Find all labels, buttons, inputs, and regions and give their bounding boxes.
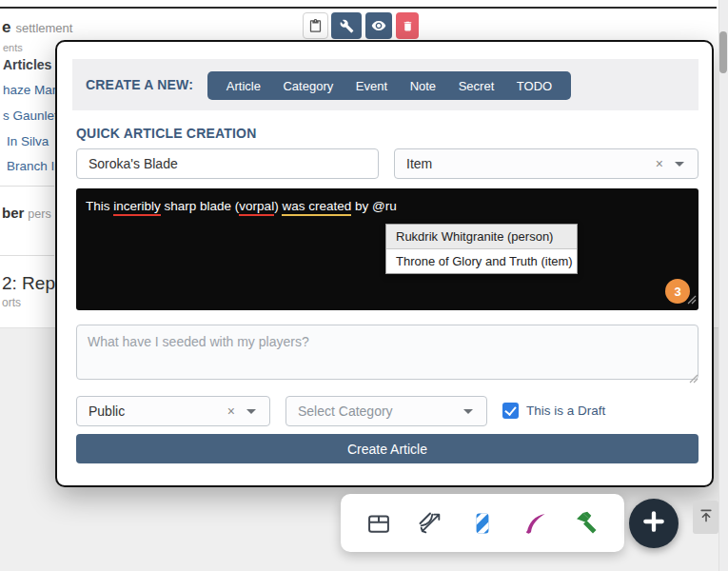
autocomplete-option[interactable]: Rukdrik Whitgranite (person): [386, 225, 577, 249]
vignette-editor[interactable]: This inceribly sharp blade (vorpal) was …: [76, 188, 698, 310]
quick-create-modal: CREATE A NEW: Article Category Event Not…: [55, 40, 714, 487]
article-type-select[interactable]: Item ×: [394, 148, 698, 179]
striped-badge-icon[interactable]: [468, 509, 497, 538]
article-link[interactable]: haze Man: [3, 83, 59, 97]
tab-secret[interactable]: Secret: [453, 79, 501, 93]
create-type-tabbar: Article Category Event Note Secret TODO: [207, 71, 571, 100]
tab-note[interactable]: Note: [404, 79, 442, 93]
chevron-down-icon[interactable]: [463, 409, 473, 414]
visibility-select[interactable]: Public ×: [76, 396, 270, 426]
seeded-textarea[interactable]: [76, 325, 698, 380]
page-scrollbar-thumb[interactable]: [719, 31, 727, 73]
tab-event[interactable]: Event: [350, 79, 393, 93]
draft-checkbox-label[interactable]: This is a Draft: [526, 404, 605, 418]
quill-icon[interactable]: [521, 509, 549, 538]
view-button[interactable]: [365, 12, 392, 39]
tab-todo[interactable]: TODO: [511, 79, 558, 93]
category-select[interactable]: Select Category: [285, 396, 487, 426]
article-title-input[interactable]: [76, 148, 379, 179]
tab-category[interactable]: Category: [277, 79, 339, 93]
articles-section-heading: Articles: [3, 57, 51, 72]
textarea-resize-handle[interactable]: [689, 370, 698, 387]
article-heading-text: e: [2, 18, 10, 36]
article-link[interactable]: s Gaunlet: [3, 108, 58, 123]
article-link[interactable]: Branch In: [7, 159, 62, 173]
clipboard-icon: [308, 19, 323, 33]
page-top-divider: [0, 7, 717, 9]
misspelled-word: inceribly: [113, 199, 161, 216]
article-type-label: settlement: [15, 21, 72, 35]
article-link[interactable]: In Silva: [7, 134, 49, 148]
report-subtext: orts: [2, 296, 21, 309]
article-type-value: Item: [395, 156, 650, 171]
edit-tools-button[interactable]: [331, 12, 362, 39]
chevron-down-icon[interactable]: [246, 409, 256, 414]
sidebar-divider: [0, 255, 54, 256]
delete-button[interactable]: [396, 12, 419, 39]
page-scrollbar-track[interactable]: [718, 0, 728, 571]
person-entry-type: pers: [28, 207, 50, 221]
article-heading: esettlement: [2, 18, 72, 37]
article-subtext: ents: [3, 42, 23, 53]
editor-text-line: This inceribly sharp blade (vorpal) was …: [86, 197, 397, 216]
misspelled-word: vorpal: [239, 199, 274, 216]
editor-resize-handle[interactable]: [687, 291, 697, 308]
person-entry: berpers: [2, 205, 51, 222]
plus-icon: [641, 509, 666, 538]
sidebar-divider: [0, 186, 54, 187]
hammer-icon[interactable]: [572, 509, 600, 538]
bow-arrow-icon[interactable]: [416, 509, 444, 538]
eye-icon: [371, 18, 386, 33]
draft-checkbox[interactable]: [502, 403, 519, 419]
paste-button[interactable]: [303, 12, 328, 39]
arrow-to-top-icon: [698, 508, 714, 527]
tab-article[interactable]: Article: [221, 79, 266, 93]
grammar-flagged-phrase: was created: [282, 199, 351, 216]
visibility-value: Public: [77, 404, 222, 419]
modal-header: CREATE A NEW: Article Category Event Not…: [72, 59, 698, 110]
create-new-label: CREATE A NEW:: [86, 77, 193, 92]
box-icon[interactable]: [364, 509, 393, 538]
add-button[interactable]: [629, 499, 679, 548]
clear-icon[interactable]: ×: [650, 156, 669, 171]
wrench-icon: [340, 19, 354, 33]
clear-icon[interactable]: ×: [222, 404, 241, 419]
autocomplete-option[interactable]: Throne of Glory and Truth (item): [386, 249, 577, 273]
scroll-to-top-button[interactable]: [693, 501, 718, 534]
category-placeholder: Select Category: [286, 404, 458, 419]
person-entry-name: ber: [2, 205, 24, 221]
chevron-down-icon[interactable]: [675, 162, 684, 167]
trash-icon: [402, 20, 414, 32]
mention-autocomplete-menu: Rukdrik Whitgranite (person) Throne of G…: [385, 224, 578, 274]
section-title: QUICK ARTICLE CREATION: [76, 126, 257, 141]
create-article-button[interactable]: Create Article: [76, 434, 698, 463]
quick-access-toolbar: [341, 494, 624, 552]
